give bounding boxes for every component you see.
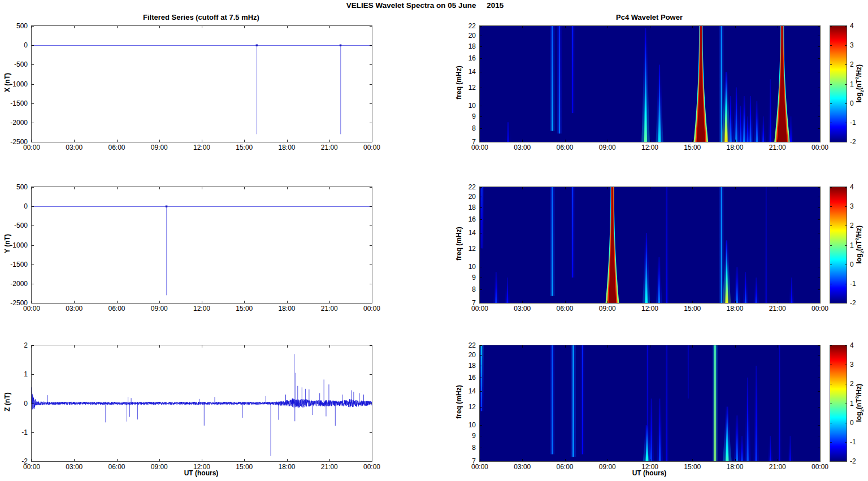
tick-label: 12 xyxy=(468,245,476,252)
tick-label: 0 xyxy=(850,100,854,107)
tick-label: 12 xyxy=(468,84,476,91)
plot-y-wavelet-power: 00:0003:0006:0009:0012:0015:0018:0021:00… xyxy=(479,187,821,304)
tick-label: 0 xyxy=(24,42,28,49)
colorbar-unit-label-1: log2(nT2/Hz) xyxy=(854,60,864,107)
tick-label: 18:00 xyxy=(278,305,295,312)
tick-label: 18:00 xyxy=(278,463,295,470)
colorbar-canvas xyxy=(830,26,847,142)
tick-label: 15:00 xyxy=(684,144,701,151)
y-axis-label-freq-1: freq (mHz) xyxy=(455,59,463,106)
tick-label: 22 xyxy=(468,23,476,29)
colorbar-z-wavelet: 43210-1-2 xyxy=(830,345,847,462)
tick-label: 0 xyxy=(850,419,854,426)
tick-label: 22 xyxy=(468,342,476,349)
tick-label: 16 xyxy=(468,216,476,223)
tick-label: 09:00 xyxy=(599,463,616,470)
tick-label: 15:00 xyxy=(684,305,701,312)
tick-label: 06:00 xyxy=(556,305,573,312)
tick-label: 22 xyxy=(468,184,476,190)
tick-label: 18 xyxy=(468,43,476,50)
figure: VELIES Wavelet Spectra on 05 June 2015 F… xyxy=(0,0,868,481)
z-wavelet-canvas xyxy=(480,345,820,461)
tick-label: -2500 xyxy=(10,300,28,306)
tick-label: 9 xyxy=(472,274,476,281)
plot-z-filtered-series: 00:0003:0006:0009:0012:0015:0018:0021:00… xyxy=(31,345,372,462)
tick-label: 18:00 xyxy=(726,144,743,151)
tick-label: 15:00 xyxy=(236,144,253,151)
tick-label: 3 xyxy=(850,361,854,368)
tick-label: -2000 xyxy=(10,280,28,287)
tick-label: -1500 xyxy=(10,100,28,107)
tick-label: 00:00 xyxy=(811,144,828,151)
tick-label: 21:00 xyxy=(769,463,786,470)
tick-label: 12:00 xyxy=(641,463,658,470)
tick-label: 06:00 xyxy=(556,463,573,470)
tick-label: 10 xyxy=(468,422,476,428)
tick-label: 21:00 xyxy=(321,305,338,312)
tick-label: 1 xyxy=(850,242,854,249)
tick-label: -2 xyxy=(850,300,856,306)
tick-label: 18:00 xyxy=(726,463,743,470)
tick-label: 18 xyxy=(468,362,476,369)
tick-label: 7 xyxy=(472,138,476,145)
y-axis-label-freq-2: freq (mHz) xyxy=(455,220,463,267)
tick-label: 16 xyxy=(468,55,476,62)
tick-label: 21:00 xyxy=(321,144,338,151)
tick-label: -1 xyxy=(21,429,28,436)
tick-label: 18:00 xyxy=(726,305,743,312)
tick-label: 12:00 xyxy=(193,144,210,151)
tick-label: 15:00 xyxy=(684,463,701,470)
y-wavelet-canvas xyxy=(480,187,820,303)
tick-label: -2000 xyxy=(10,119,28,126)
colorbar-unit-label-2: log2(nT2/Hz) xyxy=(854,221,864,268)
tick-label: 8 xyxy=(472,444,476,451)
tick-label: 10 xyxy=(468,263,476,270)
plot-x-filtered-series: 00:0003:0006:0009:0012:0015:0018:0021:00… xyxy=(31,25,372,142)
tick-label: 06:00 xyxy=(108,144,125,151)
tick-label: -1 xyxy=(850,439,856,445)
y-axis-label-z: Z (nT) xyxy=(3,378,11,426)
tick-label: 500 xyxy=(16,184,28,190)
tick-label: -1000 xyxy=(10,242,28,249)
tick-label: 03:00 xyxy=(514,463,531,470)
tick-label: 7 xyxy=(472,300,476,306)
tick-label: 03:00 xyxy=(514,305,531,312)
tick-label: -500 xyxy=(14,61,28,68)
tick-label: -1500 xyxy=(10,261,28,268)
tick-label: -1000 xyxy=(10,81,28,88)
tick-label: 09:00 xyxy=(599,305,616,312)
plot-y-filtered-series: 00:0003:0006:0009:0012:0015:0018:0021:00… xyxy=(31,187,372,304)
tick-label: 1 xyxy=(850,400,854,407)
tick-label: 9 xyxy=(472,432,476,439)
tick-label: -2 xyxy=(850,138,856,145)
tick-label: 9 xyxy=(472,113,476,120)
tick-label: 2 xyxy=(850,380,854,387)
tick-label: 00:00 xyxy=(811,463,828,470)
tick-label: 500 xyxy=(16,23,28,29)
colorbar-y-wavelet: 43210-1-2 xyxy=(830,187,847,304)
figure-title: VELIES Wavelet Spectra on 05 June 2015 xyxy=(0,1,850,10)
tick-label: 16 xyxy=(468,374,476,381)
tick-label: 14 xyxy=(468,68,476,75)
plot-z-wavelet-power: 00:0003:0006:0009:0012:0015:0018:0021:00… xyxy=(479,345,821,462)
tick-label: 00:00 xyxy=(363,305,380,312)
y-axis-label-freq-3: freq (mHz) xyxy=(455,378,463,426)
tick-label: 21:00 xyxy=(321,463,338,470)
tick-label: 00:00 xyxy=(363,463,380,470)
tick-label: 4 xyxy=(850,184,854,190)
colorbar-unit-label-3: log2(nT2/Hz) xyxy=(854,379,864,427)
tick-label: 21:00 xyxy=(769,144,786,151)
tick-label: 12:00 xyxy=(193,463,210,470)
tick-label: 15:00 xyxy=(236,463,253,470)
tick-label: 06:00 xyxy=(108,305,125,312)
tick-label: 1 xyxy=(850,81,854,88)
tick-label: 03:00 xyxy=(66,463,83,470)
tick-label: 8 xyxy=(472,125,476,132)
tick-label: 12:00 xyxy=(641,305,658,312)
tick-label: 0 xyxy=(850,261,854,268)
tick-label: -2 xyxy=(21,458,28,465)
tick-label: 0 xyxy=(24,400,28,407)
tick-label: 14 xyxy=(468,388,476,395)
tick-label: 06:00 xyxy=(556,144,573,151)
right-column-title: Pc4 Wavelet Power xyxy=(479,13,819,21)
